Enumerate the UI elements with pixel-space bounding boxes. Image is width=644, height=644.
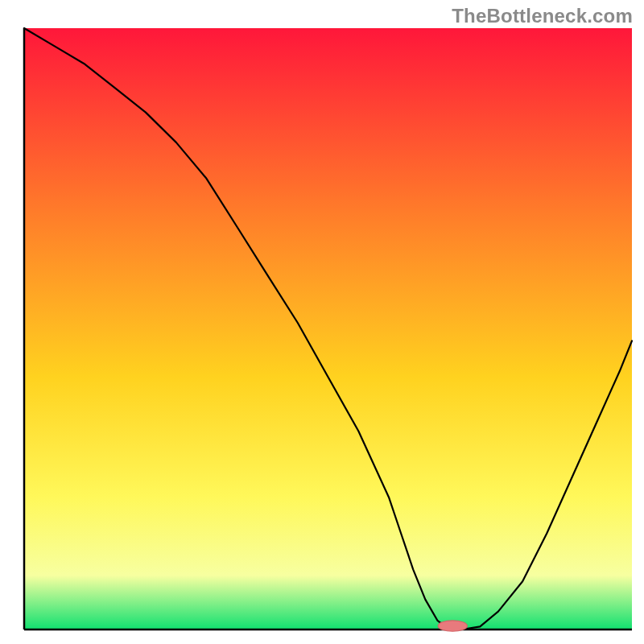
chart-frame: { "watermark": "TheBottleneck.com", "col… xyxy=(0,0,644,644)
optimal-marker xyxy=(438,621,467,631)
watermark-text: TheBottleneck.com xyxy=(452,5,633,27)
bottleneck-chart xyxy=(0,0,644,644)
plot-background xyxy=(24,28,632,630)
